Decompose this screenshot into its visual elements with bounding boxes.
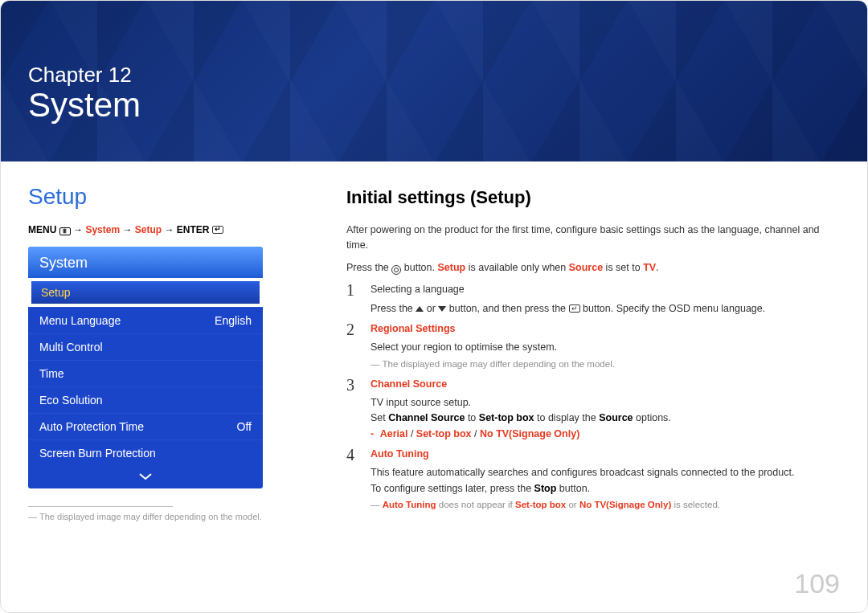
src-word: Source	[599, 412, 633, 423]
cs-word: Channel Source	[388, 412, 465, 423]
step-1: 1 Selecting a language Press the or butt…	[346, 282, 840, 317]
right-heading: Initial settings (Setup)	[346, 184, 840, 211]
notv-word: No TV(Signage Only)	[579, 500, 671, 509]
text: options.	[633, 412, 671, 423]
step2-body: Select your region to optimise the syste…	[371, 340, 840, 355]
text: or	[566, 500, 579, 509]
page: Chapter 12 System Setup MENU Ⅲ → System …	[0, 0, 868, 613]
path-system: System	[85, 224, 120, 235]
step-number: 4	[346, 447, 359, 513]
text: or	[424, 303, 438, 314]
step4-body1: This feature automatically searches and …	[371, 465, 840, 480]
arrow-icon: →	[164, 224, 174, 235]
opt-aerial: Aerial	[380, 428, 408, 439]
text: to display the	[534, 412, 600, 423]
step3-setline: Set Channel Source to Set-top box to dis…	[371, 411, 840, 426]
left-column: Setup MENU Ⅲ → System → Setup → ENTER Sy…	[28, 184, 301, 521]
step-2: 2 Regional Settings Select your region t…	[346, 321, 840, 372]
tv-menu-scroll-down[interactable]	[28, 466, 263, 488]
step-body: Channel Source TV input source setup. Se…	[371, 377, 840, 443]
text: button.	[401, 262, 437, 273]
opt-stb: Set-top box	[416, 428, 472, 439]
stb-word: Set-top box	[479, 412, 534, 423]
tv-menu-item-screenburn[interactable]: Screen Burn Protection	[28, 439, 263, 466]
step1-body: Press the or button, and then press the …	[371, 301, 840, 317]
step3-title: Channel Source	[371, 377, 840, 392]
stop-word: Stop	[534, 483, 557, 494]
step3-body: TV input source setup.	[371, 395, 840, 411]
chapter-banner: Chapter 12 System	[1, 1, 867, 161]
tv-menu-item-label: Screen Burn Protection	[39, 447, 156, 460]
step-3: 3 Channel Source TV input source setup. …	[346, 377, 840, 443]
source-word: Source	[569, 262, 603, 273]
tv-menu-item-label: Auto Protection Time	[39, 420, 144, 433]
chapter-title: System	[28, 86, 827, 125]
step4-title: Auto Tuning	[371, 447, 840, 462]
tv-menu-item-multicontrol[interactable]: Multi Control	[28, 333, 263, 360]
steps-list: 1 Selecting a language Press the or butt…	[346, 282, 840, 513]
arrow-icon: →	[122, 224, 132, 235]
step-body: Regional Settings Select your region to …	[371, 321, 840, 372]
tv-menu-item-label: Eco Solution	[39, 394, 103, 407]
enter-icon	[212, 226, 223, 234]
setup-word: Setup	[437, 262, 465, 273]
menu-icon: Ⅲ	[59, 227, 71, 235]
enter-icon	[569, 304, 580, 313]
footnote-dash-icon: ―	[28, 512, 37, 521]
step4-note: Auto Tuning does not appear if Set-top b…	[371, 498, 840, 513]
tv-menu-header: System	[28, 247, 263, 278]
text: to	[465, 412, 478, 423]
intro-text: After powering on the product for the fi…	[346, 223, 840, 254]
tv-menu-item-language[interactable]: Menu Language English	[28, 307, 263, 333]
tv-menu-item-value: Off	[237, 420, 252, 433]
down-arrow-icon	[438, 306, 446, 312]
arrow-icon: →	[73, 224, 83, 235]
page-number: 109	[794, 568, 840, 599]
text: Set	[371, 412, 388, 423]
step-number: 3	[346, 377, 359, 443]
step2-note: The displayed image may differ depending…	[371, 358, 840, 372]
step4-body2: To configure settings later, press the S…	[371, 481, 840, 497]
tv-menu-item-label: Time	[39, 367, 64, 380]
tv-menu-item-eco[interactable]: Eco Solution	[28, 386, 263, 413]
step2-title: Regional Settings	[371, 321, 840, 337]
text: Press the	[371, 303, 416, 314]
text: is selected.	[671, 500, 720, 509]
footnote: ―The displayed image may differ dependin…	[28, 512, 301, 521]
stb-word: Set-top box	[515, 500, 566, 509]
up-arrow-icon	[416, 306, 424, 312]
menu-path: MENU Ⅲ → System → Setup → ENTER	[28, 224, 301, 235]
step-number: 1	[346, 282, 359, 317]
tv-menu-item-value: English	[215, 314, 252, 327]
tv-menu-item-autoprotection[interactable]: Auto Protection Time Off	[28, 413, 263, 439]
tv-menu-item-setup[interactable]: Setup	[30, 280, 261, 305]
at-word: Auto Tuning	[383, 500, 436, 509]
power-icon	[391, 265, 401, 275]
step-body: Auto Tuning This feature automatically s…	[371, 447, 840, 513]
tv-word: TV	[643, 262, 656, 273]
tv-menu-item-label: Multi Control	[39, 341, 103, 353]
step-number: 2	[346, 321, 359, 372]
text: button. Specify the OSD menu language.	[580, 303, 766, 314]
path-menu: MENU	[28, 224, 56, 235]
section-title: Setup	[28, 184, 301, 210]
chapter-label: Chapter 12	[28, 63, 827, 88]
text: To configure settings later, press the	[371, 483, 534, 494]
divider	[28, 506, 173, 507]
tv-menu-item-time[interactable]: Time	[28, 360, 263, 386]
text: button, and then press the	[446, 303, 568, 314]
step3-options: - Aerial / Set-top box / No TV(Signage O…	[371, 427, 840, 442]
path-setup: Setup	[135, 224, 162, 235]
dash-icon: -	[371, 428, 374, 439]
text: button.	[556, 483, 590, 494]
path-enter: ENTER	[177, 224, 210, 235]
step-4: 4 Auto Tuning This feature automatically…	[346, 447, 840, 513]
text: Press the	[346, 262, 391, 273]
tv-menu: System Setup Menu Language English Multi…	[28, 247, 263, 488]
tv-menu-item-label: Setup	[41, 286, 71, 299]
step1-lead: Selecting a language	[371, 282, 840, 297]
chevron-down-icon	[138, 472, 153, 480]
right-column: Initial settings (Setup) After powering …	[346, 184, 840, 521]
press-line: Press the button. Setup is available onl…	[346, 260, 840, 276]
footnote-text: The displayed image may differ depending…	[39, 512, 262, 521]
